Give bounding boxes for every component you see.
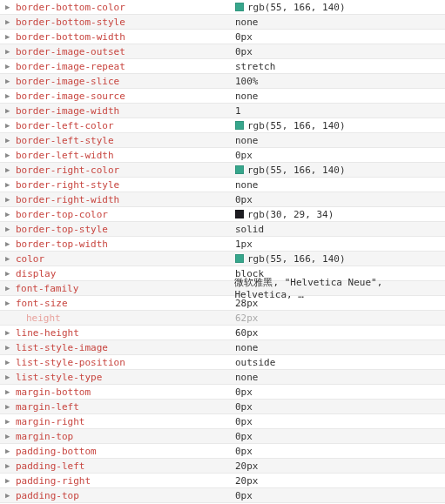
property-row[interactable]: ▶border-left-colorrgb(55, 166, 140): [0, 118, 445, 133]
property-row[interactable]: ▶padding-right20px: [0, 474, 445, 488]
expand-arrow-icon[interactable]: ▶: [5, 491, 14, 500]
property-row[interactable]: ▶border-top-width1px: [0, 237, 445, 252]
property-value[interactable]: 28px: [235, 298, 259, 309]
property-row[interactable]: ▶margin-right0px: [0, 414, 445, 429]
color-swatch[interactable]: [235, 3, 244, 11]
property-row[interactable]: ▶border-image-sourcenone: [0, 89, 445, 104]
property-row[interactable]: ▶line-height60px: [0, 326, 445, 340]
property-value[interactable]: none: [235, 372, 259, 383]
property-value[interactable]: 0px: [235, 431, 253, 442]
expand-arrow-icon[interactable]: ▶: [5, 210, 14, 218]
property-value[interactable]: rgb(55, 166, 140): [235, 253, 346, 265]
property-row[interactable]: ▶border-left-stylenone: [0, 133, 445, 148]
property-row[interactable]: ▶border-bottom-colorrgb(55, 166, 140): [0, 0, 445, 15]
property-value[interactable]: 1: [235, 105, 241, 117]
property-value[interactable]: 0px: [235, 386, 253, 398]
expand-arrow-icon[interactable]: ▶: [5, 32, 14, 41]
property-value[interactable]: 60px: [235, 327, 259, 339]
expand-arrow-icon[interactable]: ▶: [5, 77, 14, 85]
color-swatch[interactable]: [235, 121, 244, 130]
property-value[interactable]: rgb(55, 166, 140): [235, 165, 346, 176]
expand-arrow-icon[interactable]: ▶: [5, 254, 14, 263]
property-value[interactable]: 0px: [235, 46, 253, 57]
property-value[interactable]: 0px: [235, 150, 253, 161]
expand-arrow-icon[interactable]: ▶: [5, 151, 14, 159]
expand-arrow-icon[interactable]: ▶: [5, 17, 14, 26]
expand-arrow-icon[interactable]: ▶: [5, 447, 14, 455]
property-value[interactable]: 0px: [235, 401, 253, 413]
property-value[interactable]: rgb(55, 166, 140): [235, 120, 346, 131]
property-value[interactable]: 0px: [235, 194, 253, 205]
property-value[interactable]: rgb(55, 166, 140): [235, 2, 346, 13]
expand-arrow-icon[interactable]: ▶: [5, 121, 14, 130]
expand-arrow-icon[interactable]: ▶: [5, 373, 14, 381]
expand-arrow-icon[interactable]: ▶: [5, 476, 14, 485]
property-value[interactable]: 0px: [235, 31, 253, 43]
expand-arrow-icon[interactable]: ▶: [5, 328, 14, 337]
property-row[interactable]: ▶margin-top0px: [0, 429, 445, 444]
expand-arrow-icon[interactable]: ▶: [5, 299, 14, 307]
property-row[interactable]: ▶border-left-width0px: [0, 148, 445, 163]
expand-arrow-icon[interactable]: ▶: [5, 343, 14, 352]
expand-arrow-icon[interactable]: ▶: [5, 387, 14, 396]
property-row[interactable]: ▶margin-left0px: [0, 400, 445, 414]
property-row[interactable]: height62px: [0, 311, 445, 326]
property-row[interactable]: ▶border-image-slice100%: [0, 74, 445, 89]
property-value[interactable]: none: [235, 179, 259, 191]
property-value[interactable]: stretch: [235, 61, 275, 72]
property-value[interactable]: solid: [235, 224, 264, 235]
property-value[interactable]: 1px: [235, 239, 253, 250]
property-value[interactable]: none: [235, 17, 259, 28]
property-row[interactable]: ▶list-style-positionoutside: [0, 355, 445, 370]
property-row[interactable]: ▶padding-top0px: [0, 488, 445, 503]
property-value[interactable]: 62px: [235, 312, 259, 324]
expand-arrow-icon[interactable]: ▶: [5, 165, 14, 174]
property-row[interactable]: ▶margin-bottom0px: [0, 385, 445, 400]
expand-arrow-icon[interactable]: ▶: [5, 358, 14, 366]
property-value[interactable]: 100%: [235, 76, 259, 87]
property-row[interactable]: ▶border-right-stylenone: [0, 178, 445, 192]
expand-arrow-icon[interactable]: ▶: [5, 432, 14, 440]
property-row[interactable]: ▶border-image-width1: [0, 104, 445, 118]
property-row[interactable]: ▶border-bottom-stylenone: [0, 15, 445, 30]
expand-arrow-icon[interactable]: ▶: [5, 225, 14, 233]
expand-arrow-icon[interactable]: ▶: [5, 239, 14, 248]
property-row[interactable]: ▶list-style-imagenone: [0, 340, 445, 355]
expand-arrow-icon[interactable]: ▶: [5, 461, 14, 470]
expand-arrow-icon[interactable]: ▶: [5, 91, 14, 100]
expand-arrow-icon[interactable]: ▶: [5, 62, 14, 71]
expand-arrow-icon[interactable]: ▶: [5, 106, 14, 115]
property-row[interactable]: ▶list-style-typenone: [0, 370, 445, 385]
property-value[interactable]: 0px: [235, 416, 253, 427]
property-value[interactable]: none: [235, 135, 259, 146]
property-row[interactable]: ▶colorrgb(55, 166, 140): [0, 252, 445, 266]
color-swatch[interactable]: [235, 210, 244, 218]
property-row[interactable]: ▶padding-left20px: [0, 459, 445, 474]
color-swatch[interactable]: [235, 165, 244, 174]
property-row[interactable]: ▶border-top-colorrgb(30, 29, 34): [0, 207, 445, 222]
property-value[interactable]: none: [235, 91, 259, 102]
property-value[interactable]: 20px: [235, 460, 259, 472]
expand-arrow-icon[interactable]: ▶: [5, 136, 14, 144]
property-row[interactable]: ▶border-right-colorrgb(55, 166, 140): [0, 163, 445, 178]
property-row[interactable]: ▶border-image-repeatstretch: [0, 59, 445, 74]
property-row[interactable]: ▶border-image-outset0px: [0, 44, 445, 59]
expand-arrow-icon[interactable]: ▶: [5, 269, 14, 278]
property-value[interactable]: 0px: [235, 490, 253, 501]
expand-arrow-icon[interactable]: ▶: [5, 3, 14, 11]
property-row[interactable]: ▶border-bottom-width0px: [0, 30, 445, 44]
property-row[interactable]: ▶border-right-width0px: [0, 192, 445, 207]
expand-arrow-icon[interactable]: ▶: [5, 284, 13, 292]
property-value[interactable]: 0px: [235, 446, 253, 457]
property-value[interactable]: none: [235, 342, 259, 353]
color-swatch[interactable]: [235, 254, 244, 263]
property-row[interactable]: ▶border-top-stylesolid: [0, 222, 445, 237]
property-row[interactable]: ▶padding-bottom0px: [0, 444, 445, 459]
expand-arrow-icon[interactable]: ▶: [5, 195, 14, 204]
property-value[interactable]: 20px: [235, 475, 259, 487]
property-row[interactable]: ▶font-family微软雅黑, "Helvetica Neue", Helv…: [0, 281, 445, 296]
expand-arrow-icon[interactable]: ▶: [5, 180, 14, 189]
expand-arrow-icon[interactable]: ▶: [5, 47, 14, 56]
property-value[interactable]: outside: [235, 357, 275, 368]
expand-arrow-icon[interactable]: ▶: [5, 402, 14, 411]
